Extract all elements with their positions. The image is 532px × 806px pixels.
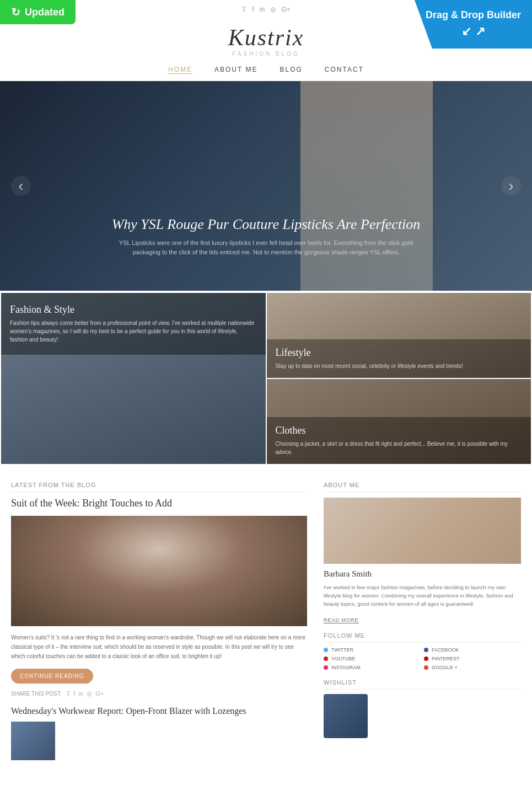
share-facebook-icon[interactable]: f [74,690,76,697]
follow-instagram[interactable]: INSTAGRAM [324,665,421,670]
category-right-col: Lifestyle Stay up to date on most recent… [267,293,531,464]
facebook-label: FACEBOOK [432,647,459,653]
wishlist-label: Wishlist [324,679,521,690]
follow-google[interactable]: GOOGLE + [424,665,521,670]
clothes-desc: Choosing a jacket, a skirt or a dress th… [276,440,523,456]
follow-label: Follow Me [324,632,521,643]
instagram-dot [324,665,328,670]
read-more-link[interactable]: READ MORE [324,617,359,623]
slider-prev-button[interactable]: ‹ [11,176,31,196]
category-lifestyle[interactable]: Lifestyle Stay up to date on most recent… [267,293,531,378]
blog-main: Latest from the blog Suit of the Week: B… [11,482,307,760]
blog-excerpt: Women's suits? It 's not a rare thing to… [11,633,307,661]
fashion-desc: Fashion tips always come better from a p… [10,319,257,344]
updated-label: Updated [25,7,65,18]
slider-next-button[interactable]: › [501,176,521,196]
nav-about[interactable]: ABOUT ME [214,66,257,74]
blog-sidebar: About Me Barbara Smith I've worked in fe… [324,482,521,760]
share-linkedin-icon[interactable]: in [79,690,84,697]
twitter-dot [324,648,328,652]
lifestyle-overlay: Lifestyle Stay up to date on most recent… [267,339,531,378]
nav-blog[interactable]: BLOG [280,66,303,74]
twitter-icon[interactable]: 𝕋 [241,6,246,13]
google-label: GOOGLE + [432,665,458,670]
category-fashion[interactable]: Fashion & Style Fashion tips always come… [1,293,266,464]
instagram-icon[interactable]: ◎ [270,6,276,13]
updated-badge: ↻ Updated [0,0,76,24]
facebook-dot [424,648,428,652]
follow-facebook[interactable]: FACEBOOK [424,647,521,653]
about-name: Barbara Smith [324,569,521,579]
share-googleplus-icon[interactable]: G+ [95,690,104,697]
share-instagram-icon[interactable]: ◎ [87,690,92,697]
hero-description: YSL Lipsticks were one of the first luxu… [106,238,426,258]
lifestyle-title: Lifestyle [276,347,523,359]
follow-twitter[interactable]: TWITTER [324,647,421,653]
blog-post-image [11,516,307,626]
next-post-image [11,722,55,760]
facebook-icon[interactable]: f [252,6,254,13]
youtube-dot [324,656,328,661]
blog-post-title[interactable]: Suit of the Week: Bright Touches to Add [11,498,307,509]
hero-content: Why YSL Rouge Pur Couture Lipsticks Are … [106,216,426,291]
twitter-label: TWITTER [331,647,353,653]
blog-section-label: Latest from the blog [11,482,307,492]
follow-youtube[interactable]: YOUTUBE [324,656,421,661]
instagram-label: INSTAGRAM [331,665,361,670]
hero-slider: ‹ Why YSL Rouge Pur Couture Lipsticks Ar… [0,81,532,291]
linkedin-icon[interactable]: in [260,6,265,13]
logo-subtitle: Fashion Blog [0,51,532,57]
pinterest-label: PINTEREST [432,656,460,661]
refresh-icon: ↻ [11,6,20,19]
continue-reading-button[interactable]: CONTINUE READING [11,669,93,684]
pinterest-dot [424,656,428,661]
about-image [324,498,521,564]
category-grid: Fashion & Style Fashion tips always come… [0,292,532,465]
next-post-title[interactable]: Wednesday's Workwear Report: Open-Front … [11,706,307,716]
social-follow-grid: TWITTER FACEBOOK YOUTUBE PINTEREST INSTA… [324,647,521,670]
category-clothes[interactable]: Clothes Choosing a jacket, a skirt or a … [267,379,531,464]
about-text: I've worked in few major fashion magazin… [324,583,521,608]
share-twitter-icon[interactable]: 𝕋 [66,690,71,697]
youtube-label: YOUTUBE [331,656,356,661]
next-post-row [11,722,307,760]
blog-section: Latest from the blog Suit of the Week: B… [0,465,532,777]
dnd-line2: Builder [487,9,521,20]
share-icons: 𝕋 f in ◎ G+ [66,690,104,697]
navigation: HOME ABOUT ME BLOG CONTACT [0,59,532,81]
lifestyle-desc: Stay up to date on most recent social, c… [276,362,523,370]
googleplus-icon[interactable]: G+ [281,6,290,13]
wishlist-image [324,694,368,738]
share-label: SHARE THIS POST: [11,691,62,697]
clothes-title: Clothes [276,425,523,436]
blog-image-inner [11,516,307,626]
nav-home[interactable]: HOME [168,66,192,74]
clothes-overlay: Clothes Choosing a jacket, a skirt or a … [267,417,531,464]
fashion-overlay: Fashion & Style Fashion tips always come… [1,293,266,355]
about-section-label: About Me [324,482,521,492]
dnd-line1: Drag & Drop [426,9,484,20]
fashion-title: Fashion & Style [10,304,257,316]
nav-contact[interactable]: CONTACT [325,66,364,74]
arrows-icon: ↙ ↗ [426,24,521,40]
hero-title: Why YSL Rouge Pur Couture Lipsticks Are … [106,216,426,233]
follow-pinterest[interactable]: PINTEREST [424,656,521,661]
share-row: SHARE THIS POST: 𝕋 f in ◎ G+ [11,690,307,697]
google-dot [424,665,428,670]
dnd-badge: Drag & Drop Builder ↙ ↗ [415,0,532,49]
